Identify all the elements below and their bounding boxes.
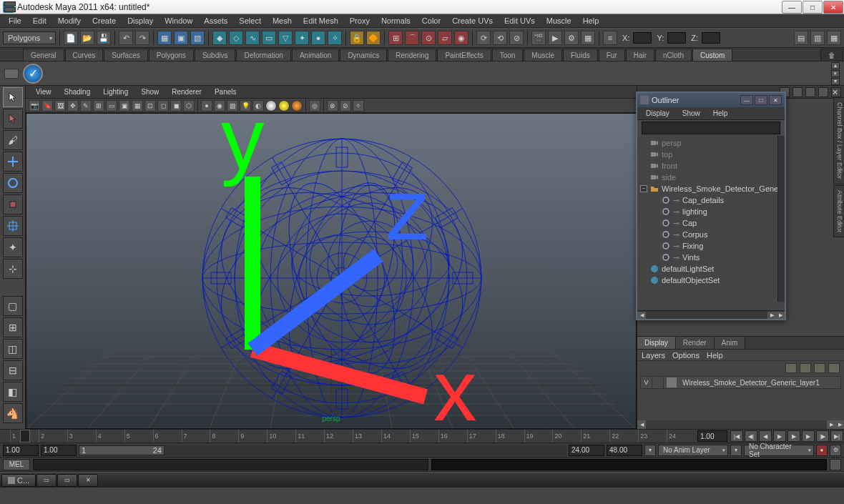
render-view-icon[interactable]: ▦ (581, 31, 595, 45)
input-mode-icon[interactable]: ≡ (603, 31, 617, 45)
vp-menu-lighting[interactable]: Lighting (97, 87, 134, 97)
vp-film-gate-icon[interactable]: ▭ (106, 100, 117, 112)
mask-surface-icon[interactable]: ▭ (262, 31, 276, 45)
shelf-trash-icon[interactable]: 🗑 (820, 49, 843, 61)
layer-menu-options[interactable]: Options (672, 351, 700, 360)
shelf-menu-icon[interactable]: ▾ (831, 70, 840, 77)
shelf-editor-icon[interactable] (4, 69, 19, 79)
scroll-end-icon[interactable]: ▶ (776, 312, 785, 319)
menu-display[interactable]: Display (122, 15, 159, 26)
outliner-menu-help[interactable]: Help (707, 108, 734, 119)
scale-tool[interactable] (3, 194, 23, 214)
redo-icon[interactable]: ↷ (135, 31, 149, 45)
undo-icon[interactable]: ↶ (119, 31, 133, 45)
select-comp-icon[interactable]: ▧ (190, 31, 205, 45)
save-scene-icon[interactable]: 💾 (97, 31, 111, 45)
persp-outliner-icon[interactable]: ◧ (3, 382, 23, 402)
mask-joint-icon[interactable]: ◇ (229, 31, 243, 45)
history-toggle-icon[interactable]: ⊘ (509, 31, 524, 45)
time-slider-track[interactable]: 123456789101112131415161718192021222324 (10, 430, 695, 443)
vp-xray-icon[interactable]: ⊗ (327, 100, 338, 112)
outliner-item[interactable]: persp (637, 137, 785, 149)
menu-edit-uvs[interactable]: Edit UVs (499, 15, 541, 26)
scroll-right-icon[interactable]: ▶ (827, 420, 835, 429)
mask-render-icon[interactable]: ● (311, 31, 325, 45)
scroll-right-icon[interactable]: ▶ (767, 312, 776, 319)
mask-curve-icon[interactable]: ∿ (245, 31, 260, 45)
show-manip-tool[interactable]: ⊹ (3, 259, 23, 279)
scroll-left-icon[interactable]: ◀ (637, 312, 646, 319)
tab-attribute-editor[interactable]: Attribute Editor (833, 185, 844, 238)
scroll-track[interactable] (646, 312, 767, 319)
vp-2d-pan-icon[interactable]: ✥ (67, 100, 79, 112)
prefs-icon[interactable]: ⚙ (830, 445, 841, 456)
vp-menu-renderer[interactable]: Renderer (166, 87, 207, 97)
mask-misc-icon[interactable]: ✧ (328, 31, 342, 45)
menu-normals[interactable]: Normals (376, 15, 416, 26)
outliner-search-input[interactable] (642, 122, 780, 134)
vp-menu-panels[interactable]: Panels (209, 87, 242, 97)
shelf-tab-rendering[interactable]: Rendering (388, 49, 436, 61)
outliner-minimize-button[interactable]: — (740, 95, 753, 105)
viewport-3d[interactable]: persp y x z (26, 113, 637, 429)
vp-use-lights-icon[interactable]: 💡 (240, 100, 251, 112)
outliner-item[interactable]: defaultObjectSet (637, 275, 785, 286)
history-on-icon[interactable]: ⟳ (476, 31, 491, 45)
custom-shelf-button[interactable]: ✓ (23, 64, 43, 84)
outliner-item[interactable]: defaultLightSet (637, 263, 785, 275)
outliner-scrollbar-v[interactable] (777, 136, 785, 302)
open-scene-icon[interactable]: 📂 (80, 31, 94, 45)
outliner-item[interactable]: top (637, 149, 785, 160)
vp-menu-shading[interactable]: Shading (59, 87, 97, 97)
scroll-left-icon[interactable]: ◀ (637, 420, 646, 429)
sidebar-toggle-2-icon[interactable]: ▥ (810, 31, 825, 45)
close-button[interactable]: ✕ (823, 1, 843, 14)
shelf-tab-painteffects[interactable]: PaintEffects (437, 49, 491, 61)
maximize-button[interactable]: □ (803, 1, 823, 14)
vp-wire-shaded-icon[interactable]: ◉ (214, 100, 225, 112)
vp-safe-action-icon[interactable]: ◻ (157, 100, 169, 112)
shelf-tab-custom[interactable]: Custom (692, 49, 732, 61)
script-lang-selector[interactable]: MEL (3, 459, 30, 470)
lock-selection-icon[interactable]: 🔒 (350, 31, 364, 45)
paint-select-tool[interactable]: 🖌 (3, 130, 23, 150)
go-start-button[interactable]: |◀ (730, 430, 743, 442)
step-forward-key-button[interactable]: |▶ (816, 430, 829, 442)
snap-curve-icon[interactable]: ⌒ (405, 31, 419, 45)
mask-deform-icon[interactable]: ▽ (278, 31, 293, 45)
vp-res-gate-icon[interactable]: ▣ (119, 100, 130, 112)
step-back-button[interactable]: ◀ (759, 430, 772, 442)
last-tool-icon[interactable]: 🐴 (3, 403, 23, 423)
vp-image-plane-icon[interactable]: 🖼 (54, 100, 66, 112)
new-scene-icon[interactable]: 📄 (64, 31, 78, 45)
shelf-tab-subdivs[interactable]: Subdivs (195, 49, 236, 61)
cb-icon-3[interactable] (805, 87, 815, 97)
shelf-tab-fur[interactable]: Fur (599, 49, 625, 61)
playback-start-input[interactable]: 1.00 (41, 445, 77, 456)
vp-isolate-icon[interactable]: ◎ (309, 100, 320, 112)
menu-mesh[interactable]: Mesh (267, 15, 298, 26)
minimize-button[interactable]: — (782, 1, 802, 14)
menu-select[interactable]: Select (233, 15, 267, 26)
taskbar-close-icon[interactable]: ✕ (78, 474, 98, 487)
ipr-render-icon[interactable]: ▶ (548, 31, 562, 45)
outliner-item[interactable]: side (637, 172, 785, 183)
outliner-item[interactable]: ⊸Fixing (637, 240, 785, 252)
playback-end-display[interactable]: 1.00 (697, 430, 727, 442)
range-slider-track[interactable]: 1 24 (79, 445, 566, 455)
shelf-tab-ncloth[interactable]: nCloth (655, 49, 692, 61)
anim-layer-selector[interactable]: No Anim Layer (658, 445, 728, 456)
two-side-view-icon[interactable]: ◫ (3, 339, 23, 359)
outliner-tree[interactable]: persptopfrontside−Wireless_Smoke_Detecto… (637, 136, 785, 310)
sidebar-toggle-3-icon[interactable]: ▦ (827, 31, 841, 45)
script-editor-icon[interactable] (830, 459, 841, 470)
shelf-tab-fluids[interactable]: Fluids (563, 49, 598, 61)
vp-expose-icon[interactable]: ✧ (353, 100, 364, 112)
shelf-tab-deformation[interactable]: Deformation (236, 49, 290, 61)
outliner-scrollbar-h[interactable]: ◀ ▶ ▶ (637, 310, 785, 319)
charset-menu-icon[interactable]: ▾ (730, 445, 742, 456)
vp-ssao-icon[interactable] (278, 100, 290, 112)
shelf-tab-toon[interactable]: Toon (492, 49, 524, 61)
menu-edit[interactable]: Edit (27, 15, 52, 26)
layer-icon-2[interactable] (800, 363, 811, 373)
